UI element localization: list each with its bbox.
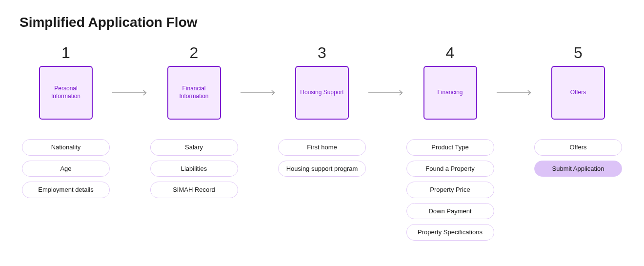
arrow-right-icon (241, 90, 276, 96)
arrow-3 (368, 68, 404, 96)
detail-col-5: Offers Submit Application (532, 139, 624, 241)
step-number: 1 (61, 44, 70, 62)
detail-col-4: Product Type Found a Property Property P… (404, 139, 497, 241)
detail-col-2: Salary Liabilities SIMAH Record (148, 139, 241, 241)
step-box: Offers (551, 66, 605, 120)
arrow-2 (241, 68, 276, 96)
page-title: Simplified Application Flow (20, 15, 624, 30)
step-2: 2 Financial Information (148, 44, 241, 120)
detail-pill: Nationality (22, 139, 110, 156)
detail-pill: Offers (534, 139, 622, 156)
details-row: Nationality Age Employment details Salar… (20, 139, 624, 241)
step-box-label: Housing Support (300, 89, 343, 97)
step-number: 3 (318, 44, 326, 62)
detail-pill: SIMAH Record (150, 182, 238, 198)
arrow-right-icon (112, 90, 148, 96)
step-box-label: Financing (437, 89, 463, 97)
arrow-right-icon (497, 90, 532, 96)
detail-pill: First home (278, 139, 366, 156)
arrow-right-icon (368, 90, 404, 96)
step-4: 4 Financing (404, 44, 497, 120)
detail-pill: Liabilities (150, 161, 238, 177)
step-box-label: Personal Information (44, 85, 88, 100)
detail-pill: Housing support program (278, 161, 366, 177)
detail-pill: Product Type (406, 139, 494, 156)
flow-steps-row: 1 Personal Information 2 Financial Infor… (20, 44, 624, 120)
detail-pill: Salary (150, 139, 238, 156)
step-box-label: Offers (570, 89, 586, 97)
step-box: Personal Information (39, 66, 93, 120)
detail-pill: Employment details (22, 182, 110, 198)
detail-pill-submit: Submit Application (534, 161, 622, 177)
step-1: 1 Personal Information (20, 44, 112, 120)
step-number: 4 (446, 44, 455, 62)
step-number: 5 (574, 44, 583, 62)
step-3: 3 Housing Support (276, 44, 368, 120)
arrow-4 (497, 68, 532, 96)
step-5: 5 Offers (532, 44, 624, 120)
detail-col-1: Nationality Age Employment details (20, 139, 112, 241)
step-box-label: Financial Information (172, 85, 216, 100)
step-box: Housing Support (295, 66, 349, 120)
detail-pill: Found a Property (406, 161, 494, 177)
step-box: Financing (423, 66, 477, 120)
detail-pill: Down Payment (406, 203, 494, 220)
step-box: Financial Information (167, 66, 221, 120)
arrow-1 (112, 68, 148, 96)
detail-col-3: First home Housing support program (276, 139, 368, 241)
detail-pill: Age (22, 161, 110, 177)
detail-pill: Property Specifications (406, 224, 494, 241)
step-number: 2 (190, 44, 199, 62)
detail-pill: Property Price (406, 182, 494, 198)
